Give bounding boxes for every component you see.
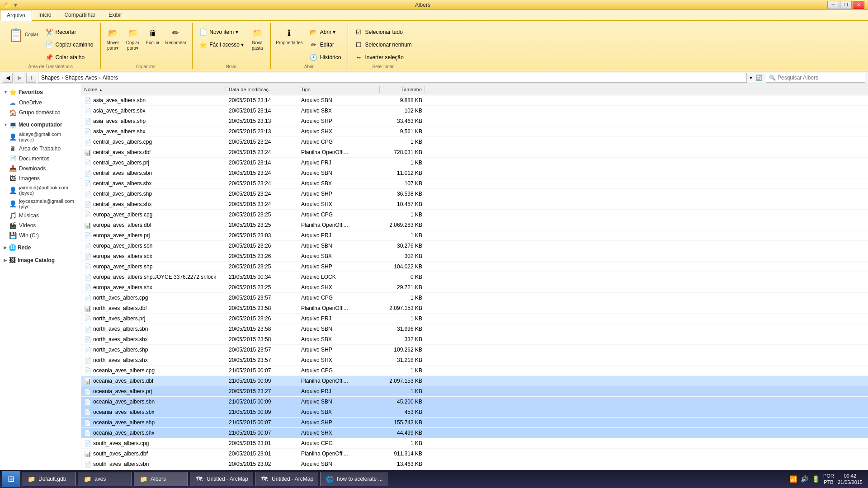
table-row[interactable]: 📄 central_aves_albers.sbn 20/05/2015 23:… [81,168,868,178]
refresh-button[interactable]: 🔄 [754,73,764,83]
move-to-button[interactable]: 📂 Moverpara▾ [104,24,123,52]
taskbar-item-aves[interactable]: 📁 aves [78,472,132,486]
table-row[interactable]: 📄 north_aves_albers.shp 20/05/2015 23:57… [81,345,868,355]
table-row[interactable]: 📄 south_aves_albers.sbn 20/05/2015 23:02… [81,459,868,469]
address-path[interactable]: Shapes › Shapes-Aves › Albers [38,73,747,83]
col-header-type[interactable]: Tipo [298,86,380,93]
table-row[interactable]: 📄 europa_aves_albers.shx 20/05/2015 23:2… [81,282,868,293]
edit-button[interactable]: ✏ Editar [306,39,344,51]
sidebar-item-joyceszmaia[interactable]: 👤 joyceszmaia@gmail.com (joyc... [0,197,81,211]
taskbar-item-chrome[interactable]: 🌐 how to acelerate ... [320,472,387,486]
sidebar-header-computer[interactable]: ▼ 💻 Meu computador [0,119,81,130]
path-part-3[interactable]: Albers [103,75,118,81]
table-row[interactable]: 📊 central_aves_albers.dbf 20/05/2015 23:… [81,147,868,158]
back-button[interactable]: ◀ [3,73,13,83]
table-row[interactable]: 📄 central_aves_albers.shx 20/05/2015 23:… [81,199,868,210]
restore-button[interactable]: ❐ [840,1,852,9]
table-row[interactable]: 📄 north_aves_albers.sbx 20/05/2015 23:58… [81,334,868,345]
table-row[interactable]: 📄 central_aves_albers.cpg 20/05/2015 23:… [81,137,868,147]
new-item-button[interactable]: 📄 Novo item ▾ [195,26,247,38]
table-row[interactable]: 📄 north_aves_albers.sbn 20/05/2015 23:58… [81,324,868,334]
sidebar-header-network[interactable]: ▶ 🌐 Rede [0,242,81,253]
sidebar-header-favorites[interactable]: ▼ ⭐ Favoritos [0,87,81,98]
sidebar-item-jairmaia[interactable]: 👤 jairmaia@outlook.com (joyce) [0,183,81,197]
table-row[interactable]: 📄 europa_aves_albers.shp.JOYCE.3376.2272… [81,272,868,282]
col-header-name[interactable]: Nome ▲ [81,86,226,93]
table-row[interactable]: 📄 asia_aves_albers.sbn 20/05/2015 23:14 … [81,95,868,106]
table-row[interactable]: 📄 europa_aves_albers.shp 20/05/2015 23:2… [81,262,868,272]
delete-button[interactable]: 🗑 Excluir [143,24,162,47]
taskbar-item-default-gdb[interactable]: 📁 Default.gdb [22,472,76,486]
copy-path-button[interactable]: 📄 Copiar caminho [41,39,96,51]
table-row[interactable]: 📄 asia_aves_albers.shx 20/05/2015 23:13 … [81,127,868,137]
open-button[interactable]: 📂 Abrir ▾ [306,26,344,38]
sidebar-item-videos[interactable]: 🎬 Vídeos [0,221,81,230]
table-row[interactable]: 📄 north_aves_albers.shx 20/05/2015 23:57… [81,355,868,366]
start-button[interactable]: ⊞ [2,471,20,487]
paste-shortcut-button[interactable]: 📌 Colar atalho [41,52,96,63]
table-row[interactable]: 📊 europa_aves_albers.dbf 20/05/2015 23:2… [81,220,868,230]
taskbar-item-arcmap1[interactable]: 🗺 Untitled - ArcMap [190,472,253,486]
search-input[interactable] [778,75,862,81]
table-row[interactable]: 📄 europa_aves_albers.sbn 20/05/2015 23:2… [81,241,868,251]
table-row[interactable]: 📊 north_aves_albers.dbf 20/05/2015 23:58… [81,303,868,314]
sidebar-item-imagens[interactable]: 🖼 Imagens [0,174,81,183]
new-folder-button[interactable]: 📁 Novapasta [248,24,267,52]
history-button[interactable]: 🕐 Histórico [306,52,344,63]
sidebar-item-aldeys[interactable]: 👤 aldeys@gmail.com (joyce) [0,130,81,144]
table-row[interactable]: 📄 south_aves_albers.cpg 20/05/2015 23:01… [81,438,868,449]
table-row[interactable]: 📄 asia_aves_albers.shp 20/05/2015 23:13 … [81,116,868,127]
table-row[interactable]: 📄 north_aves_albers.cpg 20/05/2015 23:57… [81,293,868,303]
table-row[interactable]: 📄 oceania_aves_albers.cpg 21/05/2015 00:… [81,366,868,376]
sidebar-item-win-c[interactable]: 💾 Win (C:) [0,230,81,240]
sidebar-item-onedrive[interactable]: ☁ OneDrive [0,98,81,108]
select-all-button[interactable]: ☑ Selecionar tudo [351,26,415,38]
table-row[interactable]: 📄 oceania_aves_albers.sbn 21/05/2015 00:… [81,397,868,407]
table-row[interactable]: 📄 oceania_aves_albers.shp 21/05/2015 00:… [81,418,868,428]
sidebar-item-area-trabalho[interactable]: 🖥 Área de Trabalho [0,144,81,154]
sidebar-item-downloads[interactable]: 📥 Downloads [0,164,81,174]
table-row[interactable]: 📄 europa_aves_albers.prj 20/05/2015 23:0… [81,230,868,241]
copy-to-button[interactable]: 📁 Copiarpara▾ [123,24,142,52]
up-button[interactable]: ↑ [26,73,36,83]
table-row[interactable]: 📄 asia_aves_albers.sbx 20/05/2015 23:14 … [81,106,868,116]
col-header-size[interactable]: Tamanho [380,86,425,93]
table-row[interactable]: 📄 north_aves_albers.prj 20/05/2015 23:26… [81,314,868,324]
col-header-date[interactable]: Data de modificaç... [226,86,298,93]
table-row[interactable]: 📄 oceania_aves_albers.sbx 21/05/2015 00:… [81,407,868,418]
system-clock[interactable]: PORPTB [823,473,834,486]
table-row[interactable]: 📄 oceania_aves_albers.shx 21/05/2015 00:… [81,428,868,438]
sidebar-item-musicas[interactable]: 🎵 Músicas [0,211,81,221]
close-button[interactable]: ✕ [853,1,864,9]
grupo-domestico-icon: 🏠 [9,109,16,116]
properties-button[interactable]: ℹ Propriedades [274,24,305,47]
minimize-button[interactable]: ─ [827,1,839,9]
address-dropdown[interactable]: ▾ [750,75,752,81]
table-row[interactable]: 📄 central_aves_albers.shp 20/05/2015 23:… [81,189,868,199]
path-part-1[interactable]: Shapes [41,75,60,81]
sidebar-item-documentos[interactable]: 📄 Documentos [0,154,81,164]
select-none-button[interactable]: ☐ Selecionar nenhum [351,39,415,51]
sidebar-item-grupo-domestico[interactable]: 🏠 Grupo doméstico [0,108,81,117]
table-row[interactable]: 📊 south_aves_albers.dbf 20/05/2015 23:01… [81,449,868,459]
invert-selection-button[interactable]: ↔ Inverter seleção [351,52,415,63]
table-row[interactable]: 📄 oceania_aves_albers.prj 20/05/2015 23:… [81,386,868,397]
table-row[interactable]: 📄 europa_aves_albers.cpg 20/05/2015 23:2… [81,210,868,220]
path-part-2[interactable]: Shapes-Aves [65,75,97,81]
tab-exibir[interactable]: Exibir [102,10,129,20]
paste-button[interactable]: 📋 Copiar [5,24,40,45]
table-row[interactable]: 📊 oceania_aves_albers.dbf 21/05/2015 00:… [81,376,868,386]
table-row[interactable]: 📄 europa_aves_albers.sbx 20/05/2015 23:2… [81,251,868,262]
forward-button[interactable]: ▶ [14,73,24,83]
taskbar-item-albers[interactable]: 📁 Albers [134,472,188,486]
table-row[interactable]: 📄 central_aves_albers.prj 20/05/2015 23:… [81,158,868,168]
tab-compartilhar[interactable]: Compartilhar [58,10,102,20]
table-row[interactable]: 📄 central_aves_albers.sbx 20/05/2015 23:… [81,178,868,189]
taskbar-item-arcmap2[interactable]: 🗺 Untitled - ArcMap [255,472,318,486]
sidebar-header-image-catalog[interactable]: ▶ 🖼 Image Catalog [0,255,81,266]
cut-button[interactable]: ✂️ Recortar [41,26,96,38]
easy-access-button[interactable]: ⭐ Fácil acesso ▾ [195,39,247,51]
tab-arquivo[interactable]: Arquivo [0,10,32,21]
tab-inicio[interactable]: Início [32,10,58,20]
rename-button[interactable]: ✏ Renomear [163,24,189,47]
